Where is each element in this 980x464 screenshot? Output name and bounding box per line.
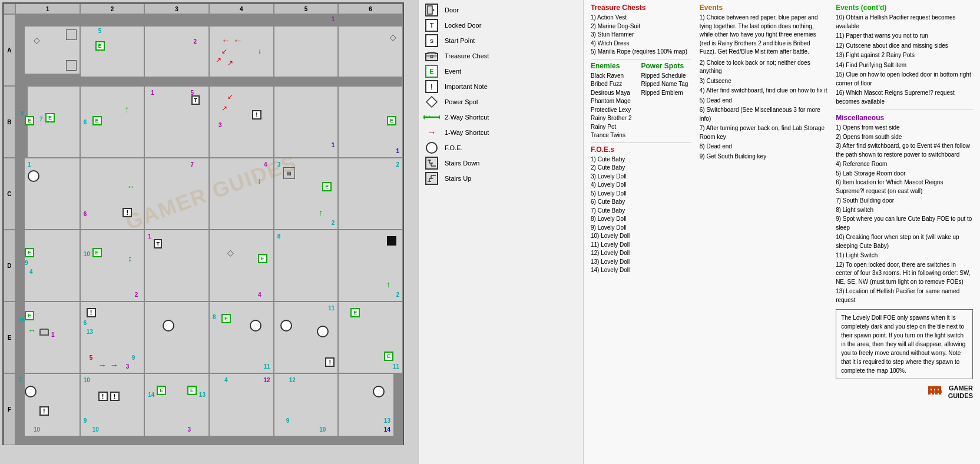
- cell-e3: [144, 301, 209, 373]
- cell-f3: E E 14 13 3: [144, 373, 209, 445]
- arrow-a4e: ↗: [227, 59, 233, 67]
- important-e2: !: [87, 308, 96, 317]
- info-section: Treasure Chests 1) Action Vest 2) Marine…: [583, 0, 980, 464]
- important-e5: !: [325, 357, 335, 367]
- label-a5-1: 1: [332, 16, 335, 22]
- arrow-c5-up: ↑: [319, 208, 323, 217]
- enemy-8: Trance Twins: [591, 131, 631, 140]
- events-title: Events: [700, 4, 827, 12]
- svg-rect-39: [937, 390, 942, 393]
- cell-d5: 8: [274, 230, 339, 301]
- label-b2-6: 6: [84, 119, 87, 125]
- 2way-shortcut-icon: ↔: [423, 111, 440, 124]
- treasure-chest-icon: [423, 49, 440, 62]
- cell-e6: E E 11: [338, 301, 403, 373]
- label-f2-10: 10: [84, 377, 90, 383]
- ec-item-15: 15) Clue on how to open locked door in b…: [836, 71, 973, 88]
- label-b1-7: 7: [39, 116, 43, 122]
- stairs-up-icon: [423, 172, 440, 185]
- door-label: Door: [445, 6, 459, 14]
- start-point-icon: S: [423, 34, 440, 47]
- ec-item-10: 10) Obtain a Hellish Pacifier request be…: [836, 14, 973, 31]
- row-header-f: F: [4, 373, 15, 445]
- svg-point-20: [426, 142, 437, 153]
- enemy-5: Protective Lexy: [591, 106, 631, 115]
- note-text: The Lovely Doll FOE only spawns when it …: [841, 313, 968, 375]
- event-item-3: 3) Cutscene: [700, 77, 827, 86]
- legend-door: Door: [423, 4, 578, 16]
- misc-item-13: 13) Location of Hellish Pacifier for sam…: [836, 287, 973, 304]
- label-b5-1: 1: [332, 142, 335, 148]
- important-b4: !: [252, 110, 261, 120]
- legend-section: Door T Locked Door S Start Point: [418, 0, 583, 464]
- cell-c5: 3 ▤ E 2 ↑: [274, 158, 339, 230]
- label-f5-9: 9: [286, 417, 290, 424]
- cell-e1: ↔ 15 E 1: [15, 301, 80, 373]
- arrow-d2-updown: ↕: [128, 254, 132, 263]
- event-d4: E: [258, 254, 267, 263]
- door-icon: [423, 4, 440, 16]
- events-list: 1) Choice between red paper, blue paper …: [700, 14, 827, 161]
- brand-name-2: GUIDES: [948, 392, 973, 400]
- misc-item-3: 3) After find switchboard, go to Event #…: [836, 142, 973, 159]
- event-item-6: 6) Switchboard (See Miscellaneous 3 for …: [700, 106, 827, 123]
- ec-item-11: 11) Paper that warns you not to run: [836, 32, 973, 41]
- label-e6-11: 11: [393, 363, 399, 370]
- treasure-chests-title: Treasure Chests: [591, 4, 691, 12]
- cell-f6: 13 14: [338, 373, 403, 445]
- power-spot-label: Power Spot: [445, 98, 478, 105]
- cell-d3: 1 T: [144, 230, 209, 301]
- tc-item-5: 5) Manila Rope (requires 100% map): [591, 48, 691, 57]
- foe-item-3: 3) Lovely Doll: [591, 173, 691, 181]
- label-d3-1: 1: [148, 233, 151, 240]
- col-header-3: 3: [144, 4, 209, 14]
- label-d4-4: 4: [258, 291, 261, 298]
- legend-stairs-down: Stairs Down: [423, 157, 578, 170]
- misc-item-1: 1) Opens from west side: [836, 124, 973, 132]
- brand-text: GAMER GUIDES: [948, 385, 973, 400]
- branding: GAMER GUIDES: [836, 382, 973, 403]
- event-b6: E: [387, 116, 396, 125]
- arrow-b4a: ↙: [227, 92, 233, 101]
- label-a2-5: 5: [98, 28, 102, 34]
- event-item-4: 4) After find switchboard, find clue on …: [700, 87, 827, 95]
- event-e6b: E: [384, 352, 393, 361]
- col-header-5: 5: [274, 4, 339, 14]
- cell-d2: E 10 ↕ 2: [80, 230, 145, 301]
- foe-item-12: 12) Lovely Doll: [591, 249, 691, 258]
- row-header-d: D: [4, 230, 15, 301]
- label-f1-10: 10: [34, 426, 40, 433]
- event-icon: E: [423, 65, 440, 78]
- col-header-6: 6: [338, 4, 403, 14]
- svg-marker-14: [426, 97, 437, 107]
- cell-c2: ↔ 6 !: [80, 158, 145, 230]
- event-item-5: 5) Dead end: [700, 97, 827, 105]
- label-c6-2: 2: [396, 161, 399, 168]
- cell-c6: 2: [338, 158, 403, 230]
- foe-item-6: 6) Cute Baby: [591, 198, 691, 207]
- tc-item-4: 4) Witch Dress: [591, 39, 691, 48]
- event-d1: E: [25, 248, 34, 257]
- misc-item-11: 11) Light Switch: [836, 251, 973, 260]
- legend-locked-door: T Locked Door: [423, 19, 578, 32]
- legend-start-point: S Start Point: [423, 34, 578, 47]
- label-f2-10b: 10: [92, 426, 99, 433]
- event-c5: E: [322, 182, 332, 191]
- important-f2b: !: [110, 392, 120, 401]
- event-item-1: 1) Choice between red paper, blue paper …: [700, 14, 827, 57]
- cell-a4: ← ← ↙ ↗ ↗ ↓: [209, 14, 274, 86]
- important-f1: !: [39, 406, 49, 416]
- event-item-8: 8) Dead end: [700, 142, 827, 151]
- power-spot-d4: ◇: [227, 248, 234, 257]
- label-f5-12: 12: [289, 377, 296, 383]
- label-f3-14: 14: [148, 392, 154, 398]
- ec-item-13: 13) Fight against 2 Rainy Pots: [836, 51, 973, 60]
- important-f2a: !: [98, 392, 108, 401]
- 2way-shortcut-label: 2-Way Shortcut: [445, 114, 489, 121]
- event-item-9: 9) Get South Building key: [700, 153, 827, 161]
- brand-name-1: GAMER: [948, 385, 973, 392]
- events-contd-list: 10) Obtain a Hellish Pacifier request be…: [836, 14, 973, 106]
- stairs-down-label: Stairs Down: [445, 160, 479, 167]
- row-header-e: E: [4, 301, 15, 373]
- cell-d6: 2 ↑: [338, 230, 403, 301]
